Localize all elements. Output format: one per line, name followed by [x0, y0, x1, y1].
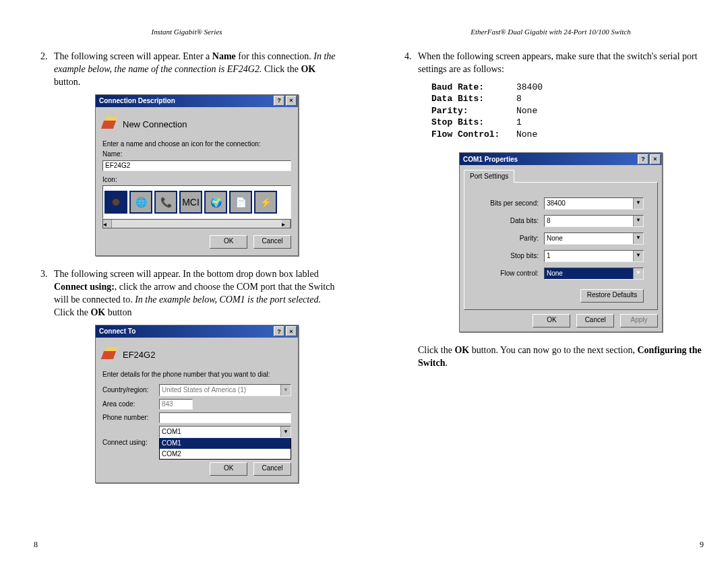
close-icon[interactable]: ×	[286, 326, 297, 336]
conn-icon-option[interactable]: 🌍	[204, 191, 227, 214]
help-icon[interactable]: ?	[638, 154, 648, 164]
icon-picker[interactable]: 🌐 📞 MCI 🌍 📄 ⚡	[102, 185, 291, 219]
page-number-right: 9	[700, 539, 704, 550]
running-head-right: EtherFast® Dual Gigabit with 24-Port 10/…	[398, 27, 704, 37]
dialog-com1-properties: COM1 Properties ? × Port Settings Bits p…	[459, 152, 663, 332]
dropdown-option[interactable]: COM2	[160, 449, 291, 460]
titlebar[interactable]: Connection Description ? ×	[96, 95, 298, 107]
titlebar[interactable]: Connect To ? ×	[96, 325, 298, 338]
running-head-left: Instant Gigabit® Series	[34, 27, 340, 37]
restore-defaults-button[interactable]: Restore Defaults	[580, 289, 644, 303]
dialog-heading: New Connection	[123, 119, 187, 131]
apply-button: Apply	[620, 314, 658, 327]
dropdown-option[interactable]: COM1	[160, 438, 291, 449]
icon-label: Icon:	[102, 175, 291, 185]
connect-using-select[interactable]: COM1▼	[159, 426, 291, 438]
chevron-down-icon[interactable]: ▼	[633, 251, 643, 261]
ok-button[interactable]: OK	[210, 462, 247, 476]
name-label: Name:	[102, 150, 291, 159]
page-number-left: 8	[34, 539, 38, 550]
page-left: Instant Gigabit® Series The following sc…	[0, 0, 364, 562]
cancel-button[interactable]: Cancel	[253, 462, 291, 476]
chevron-down-icon[interactable]: ▼	[633, 198, 643, 209]
step-2: The following screen will appear. Enter …	[50, 51, 340, 256]
connect-using-dropdown[interactable]: COM1 COM2	[159, 438, 291, 460]
ok-button[interactable]: OK	[210, 235, 247, 249]
conn-icon-option[interactable]	[104, 191, 127, 214]
conn-icon-option[interactable]: 📄	[229, 191, 252, 214]
chevron-down-icon: ▼	[280, 385, 291, 396]
horizontal-scrollbar[interactable]: ◂▸	[102, 219, 291, 228]
chevron-down-icon[interactable]: ▼	[280, 427, 291, 437]
spec-value: None	[516, 106, 537, 116]
step-4: When the following screen appears, make …	[414, 51, 704, 370]
close-icon[interactable]: ×	[650, 154, 661, 164]
chevron-down-icon[interactable]: ▼	[633, 233, 643, 244]
page-right: EtherFast® Dual Gigabit with 24-Port 10/…	[364, 0, 728, 562]
step-3: The following screen will appear. In the…	[50, 268, 340, 483]
cancel-button[interactable]: Cancel	[576, 314, 614, 327]
spec-value: 38400	[516, 82, 543, 92]
spec-value: None	[516, 129, 537, 139]
databits-select[interactable]: 8▼	[544, 215, 644, 227]
chevron-down-icon[interactable]: ▼	[633, 268, 643, 279]
closing-paragraph: Click the OK button. You can now go to t…	[418, 344, 704, 370]
dialog-prompt: Enter a name and choose an icon for the …	[102, 139, 291, 149]
cancel-button[interactable]: Cancel	[253, 235, 291, 249]
area-label: Area code:	[102, 400, 159, 409]
stopbits-label: Stop bits:	[478, 251, 544, 261]
serial-settings-list: Baud Rate:38400 Data Bits:8 Parity:None …	[431, 82, 704, 141]
name-input[interactable]: EF24G2	[102, 160, 291, 171]
conn-icon-option[interactable]: 📞	[154, 191, 177, 214]
bps-label: Bits per second:	[478, 199, 544, 208]
spec-value: 1	[516, 117, 522, 127]
phone-label: Phone number:	[102, 413, 159, 423]
chevron-down-icon[interactable]: ▼	[633, 216, 643, 226]
dialog-title: Connect To	[99, 327, 135, 336]
conn-icon-option[interactable]: ⚡	[254, 191, 277, 214]
flowcontrol-select[interactable]: None▼	[544, 268, 644, 280]
ok-button[interactable]: OK	[533, 314, 570, 327]
dialog-title: COM1 Properties	[463, 155, 518, 164]
spec-key: Stop Bits:	[431, 117, 516, 129]
spec-value: 8	[516, 94, 522, 104]
parity-label: Parity:	[478, 234, 544, 243]
country-label: Country/region:	[102, 385, 159, 395]
tab-port-settings[interactable]: Port Settings	[464, 170, 514, 183]
dialog-connect-to: Connect To ? × EF24G2 Enter details for …	[95, 325, 299, 484]
flowcontrol-label: Flow control:	[478, 269, 544, 278]
dialog-prompt: Enter details for the phone number that …	[102, 370, 291, 379]
parity-select[interactable]: None▼	[544, 232, 644, 245]
help-icon[interactable]: ?	[274, 326, 284, 336]
spec-key: Parity:	[431, 105, 516, 117]
help-icon[interactable]: ?	[274, 96, 284, 106]
connection-icon	[102, 117, 119, 133]
titlebar[interactable]: COM1 Properties ? ×	[460, 153, 662, 165]
connection-icon	[102, 347, 119, 363]
connect-using-label: Connect using:	[102, 438, 159, 447]
conn-icon-option[interactable]: MCI	[179, 191, 202, 214]
connection-name: EF24G2	[123, 349, 155, 361]
stopbits-select[interactable]: 1▼	[544, 250, 644, 262]
dialog-title: Connection Description	[99, 96, 175, 106]
conn-icon-option[interactable]: 🌐	[129, 191, 152, 214]
databits-label: Data bits:	[478, 216, 544, 226]
phone-input	[159, 412, 291, 423]
spec-key: Data Bits:	[431, 93, 516, 105]
close-icon[interactable]: ×	[286, 96, 297, 106]
spec-key: Flow Control:	[431, 129, 516, 141]
bps-select[interactable]: 38400▼	[544, 197, 644, 210]
area-input: 843	[159, 399, 193, 410]
country-select: United States of America (1)▼	[159, 384, 291, 396]
tab-panel: Bits per second:38400▼ Data bits:8▼ Pari…	[464, 182, 658, 310]
dialog-connection-description: Connection Description ? × New Connectio…	[95, 94, 299, 257]
spec-key: Baud Rate:	[431, 82, 516, 94]
